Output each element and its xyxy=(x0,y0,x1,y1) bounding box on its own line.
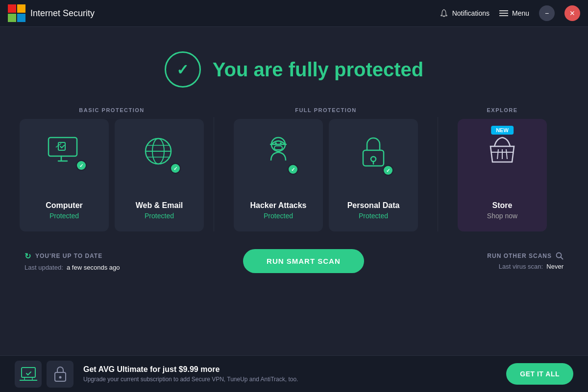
store-icon xyxy=(485,134,520,168)
titlebar-left: Internet Security xyxy=(8,4,95,22)
minimize-button[interactable]: − xyxy=(539,5,555,21)
close-button[interactable]: ✕ xyxy=(564,5,580,21)
status-prefix: You are xyxy=(213,59,289,80)
computer-check: ✓ xyxy=(76,160,87,171)
titlebar-right: Notifications Menu − ✕ xyxy=(440,5,580,21)
scan-area: ↻ YOU'RE UP TO DATE Last updated: a few … xyxy=(20,249,568,273)
status-check-icon: ✓ xyxy=(176,61,189,78)
hacker-check: ✓ xyxy=(288,164,298,175)
svg-point-18 xyxy=(280,142,282,144)
web-email-card[interactable]: ✓ Web & Email Protected xyxy=(115,119,204,231)
basic-cards-row: ✓ Computer Protected xyxy=(20,119,204,231)
notifications-button[interactable]: Notifications xyxy=(440,9,490,18)
hacker-check-inner: ✓ xyxy=(289,165,297,174)
protection-wrapper: BASIC PROTECTION xyxy=(20,107,568,231)
hacker-attacks-card-status: Protected xyxy=(264,212,293,220)
status-highlight: fully protected xyxy=(289,59,424,80)
explore-cards-row: NEW xyxy=(458,119,547,231)
other-scans-title[interactable]: RUN OTHER SCANS xyxy=(487,252,564,260)
store-card[interactable]: NEW xyxy=(458,119,547,231)
get-it-all-button[interactable]: GET IT ALL xyxy=(506,363,573,385)
personal-data-check-inner: ✓ xyxy=(384,166,392,175)
computer-card[interactable]: ✓ Computer Protected xyxy=(20,119,109,231)
personal-data-card[interactable]: ✓ Personal Data Protected xyxy=(329,119,418,231)
personal-data-icon-area: ✓ xyxy=(329,134,418,173)
web-email-icon: ✓ xyxy=(141,134,178,171)
last-scan-label: Last virus scan: xyxy=(499,263,543,270)
laptop-icon xyxy=(20,367,37,381)
run-smart-scan-button[interactable]: RUN SMART SCAN xyxy=(243,249,364,273)
update-sub: Last updated: a few seconds ago xyxy=(24,264,120,271)
full-cards-row: ✓ Hacker Attacks Protected xyxy=(234,119,418,231)
last-updated-label: Last updated: xyxy=(24,264,63,271)
hacker-attacks-card[interactable]: ✓ Hacker Attacks Protected xyxy=(234,119,323,231)
bell-icon xyxy=(440,9,448,18)
bottom-text: Get AVG Ultimate for just $9.99 more Upg… xyxy=(83,365,496,383)
last-scan-value: Never xyxy=(546,263,564,270)
explore-section: EXPLORE NEW xyxy=(458,107,547,231)
other-scans: RUN OTHER SCANS Last virus scan: Never xyxy=(487,252,564,270)
svg-line-24 xyxy=(506,149,507,159)
search-icon xyxy=(556,252,564,260)
status-hero: ✓ You are fully protected xyxy=(165,51,423,88)
main-content: ✓ You are fully protected BASIC PROTECTI… xyxy=(0,27,588,273)
bottom-banner-title: Get AVG Ultimate for just $9.99 more xyxy=(83,365,496,374)
web-email-check-inner: ✓ xyxy=(171,164,180,173)
app-title: Internet Security xyxy=(30,8,95,19)
store-card-title: Store xyxy=(492,201,513,210)
web-email-card-status: Protected xyxy=(145,212,174,220)
computer-icon: ✓ xyxy=(45,134,84,168)
svg-line-27 xyxy=(561,257,563,259)
personal-data-card-status: Protected xyxy=(359,212,388,220)
update-info: ↻ YOU'RE UP TO DATE Last updated: a few … xyxy=(24,252,120,271)
computer-card-status: Protected xyxy=(49,212,79,220)
basic-protection-section: BASIC PROTECTION xyxy=(20,107,204,231)
store-icon-area xyxy=(458,134,547,168)
store-card-shop-now: Shop now xyxy=(487,212,517,220)
svg-rect-0 xyxy=(8,4,16,13)
bottom-banner-subtitle: Upgrade your current subscription to add… xyxy=(83,376,496,383)
bottom-icon-laptop xyxy=(15,361,42,388)
full-protection-label: FULL PROTECTION xyxy=(295,107,357,113)
status-circle: ✓ xyxy=(165,51,201,88)
bottom-banner: Get AVG Ultimate for just $9.99 more Upg… xyxy=(0,355,588,392)
menu-icon xyxy=(499,10,508,17)
lock-small-icon xyxy=(53,366,67,382)
section-divider-1 xyxy=(214,117,214,231)
computer-card-title: Computer xyxy=(46,201,83,210)
svg-rect-28 xyxy=(22,368,35,377)
web-email-card-title: Web & Email xyxy=(136,201,183,210)
svg-rect-3 xyxy=(17,14,25,22)
avg-logo-icon xyxy=(8,4,25,22)
svg-point-17 xyxy=(275,142,277,144)
hacker-attacks-card-title: Hacker Attacks xyxy=(250,201,306,210)
status-text: You are fully protected xyxy=(213,59,423,81)
svg-rect-1 xyxy=(17,4,25,13)
refresh-icon: ↻ xyxy=(24,252,31,261)
computer-check-inner: ✓ xyxy=(77,161,86,170)
other-scans-label: RUN OTHER SCANS xyxy=(487,253,552,259)
svg-point-20 xyxy=(371,157,376,161)
svg-point-31 xyxy=(59,376,61,379)
personal-data-card-title: Personal Data xyxy=(347,201,400,210)
hacker-attacks-icon: ✓ xyxy=(261,134,295,172)
titlebar: Internet Security Notifications Menu − ✕ xyxy=(0,0,588,27)
bottom-icons xyxy=(15,361,74,388)
svg-line-22 xyxy=(497,149,498,159)
update-title: ↻ YOU'RE UP TO DATE xyxy=(24,252,120,261)
other-scans-sub: Last virus scan: Never xyxy=(499,263,564,270)
section-divider-2 xyxy=(438,117,438,231)
menu-label: Menu xyxy=(512,9,529,17)
menu-button[interactable]: Menu xyxy=(499,9,529,17)
svg-rect-8 xyxy=(58,142,65,150)
hacker-attacks-icon-area: ✓ xyxy=(234,134,323,172)
bottom-icon-lock xyxy=(47,361,74,388)
svg-rect-16 xyxy=(274,146,282,150)
svg-rect-2 xyxy=(8,14,16,22)
full-protection-section: FULL PROTECTION xyxy=(234,107,418,231)
web-email-check: ✓ xyxy=(170,163,181,174)
personal-data-icon: ✓ xyxy=(356,134,391,173)
notifications-label: Notifications xyxy=(452,9,490,17)
basic-protection-label: BASIC PROTECTION xyxy=(79,107,144,113)
web-email-icon-area: ✓ xyxy=(115,134,204,171)
